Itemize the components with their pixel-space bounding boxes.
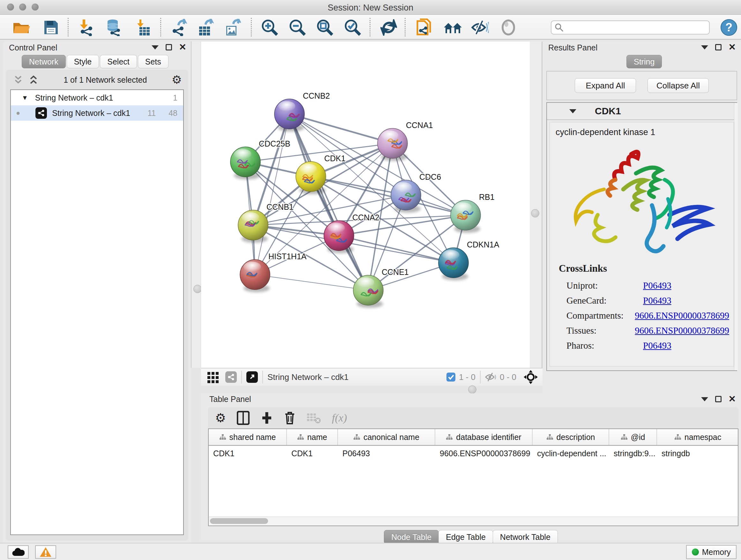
panel-menu-icon[interactable] — [701, 397, 708, 401]
table-cell[interactable]: CDK1 — [209, 446, 287, 460]
table-horizontal-scrollbar[interactable] — [208, 516, 738, 526]
crosslink-link[interactable]: 9606.ENSP00000378699 — [635, 325, 729, 336]
tab-node-table[interactable]: Node Table — [384, 530, 439, 544]
column-header--id[interactable]: @id — [609, 429, 657, 445]
zoom-selected-button[interactable] — [341, 19, 364, 36]
expand-all-icon[interactable] — [28, 75, 39, 84]
tab-edge-table[interactable]: Edge Table — [439, 530, 493, 544]
import-network-button[interactable] — [75, 19, 98, 36]
network-row[interactable]: ● String Network – cdk1 11 48 — [11, 105, 183, 121]
column-header-canonical-name[interactable]: canonical name — [338, 429, 435, 445]
export-image-button[interactable] — [221, 19, 244, 36]
crosslink-link[interactable]: 9606.ENSP00000378699 — [635, 310, 729, 321]
column-header-namespac[interactable]: namespac — [657, 429, 738, 445]
show-graphics-details-button[interactable] — [497, 19, 520, 36]
horizontal-splitter-handle[interactable] — [468, 385, 476, 394]
scrollbar-thumb[interactable] — [210, 518, 268, 524]
network-node-RB1[interactable] — [451, 200, 481, 233]
help-button[interactable]: ? — [721, 19, 737, 36]
network-collection-row[interactable]: ▼ String Network – cdk1 1 — [11, 90, 183, 105]
table-options-gear-icon[interactable]: ⚙ — [215, 411, 226, 425]
table-cell[interactable]: cyclin-dependent ... — [533, 446, 609, 460]
collapse-all-icon[interactable] — [13, 75, 23, 84]
left-splitter-gutter[interactable] — [191, 42, 201, 368]
panel-close-icon[interactable]: ✕ — [729, 396, 736, 402]
export-network-button[interactable] — [167, 19, 190, 36]
delete-column-icon[interactable] — [284, 411, 295, 425]
network-from-file-button[interactable] — [413, 19, 436, 36]
results-scrollbar[interactable] — [734, 103, 738, 370]
network-options-gear-icon[interactable]: ⚙ — [172, 73, 182, 86]
right-splitter-gutter[interactable] — [530, 42, 542, 368]
detach-view-icon[interactable] — [246, 371, 258, 383]
panel-float-icon[interactable] — [165, 44, 172, 51]
panel-menu-icon[interactable] — [701, 45, 708, 50]
first-neighbors-button[interactable] — [441, 19, 464, 36]
crosslink-link[interactable]: P06493 — [643, 295, 671, 306]
network-node-CCNA1[interactable] — [378, 128, 408, 161]
panel-close-icon[interactable]: ✕ — [179, 44, 186, 51]
apply-layout-button[interactable] — [377, 19, 400, 36]
panel-float-icon[interactable] — [715, 44, 722, 51]
delete-table-icon[interactable] — [307, 412, 321, 424]
right-splitter-handle[interactable] — [531, 209, 539, 217]
left-splitter-handle[interactable] — [193, 285, 202, 293]
network-canvas[interactable]: CCNB2CCNA1CDC25BCDK1CDC6RB1CCNB1CCNA2CDK… — [201, 42, 530, 368]
crosslink-link[interactable]: P06493 — [643, 340, 671, 351]
network-node-CDKN1A[interactable] — [439, 248, 468, 280]
grid-view-icon[interactable] — [207, 371, 219, 383]
save-session-button[interactable] — [40, 19, 63, 36]
network-node-CCNB1[interactable] — [238, 210, 268, 243]
memory-button[interactable]: Memory — [686, 545, 737, 559]
tab-string[interactable]: String — [626, 55, 662, 68]
panel-float-icon[interactable] — [715, 396, 722, 402]
tab-sets[interactable]: Sets — [138, 55, 169, 68]
birds-eye-toggle-icon[interactable] — [523, 370, 538, 384]
column-header-shared-name[interactable]: shared name — [209, 429, 287, 445]
zoom-in-button[interactable] — [258, 19, 281, 36]
open-session-button[interactable] — [10, 19, 33, 36]
search-input[interactable] — [563, 23, 704, 32]
protein-card-header[interactable]: CDK1 — [547, 103, 737, 120]
network-node-CDC6[interactable] — [391, 180, 421, 212]
tab-network[interactable]: Network — [22, 55, 66, 68]
network-graph[interactable]: CCNB2CCNA1CDC25BCDK1CDC6RB1CCNB1CCNA2CDK… — [201, 42, 530, 368]
network-node-CDK1[interactable] — [296, 162, 326, 194]
tab-style[interactable]: Style — [67, 55, 99, 68]
export-table-button[interactable] — [194, 19, 217, 36]
cloud-status-button[interactable] — [8, 545, 29, 559]
network-node-CCNB2[interactable] — [274, 99, 305, 132]
table-cell[interactable]: CDK1 — [287, 446, 338, 460]
import-network-from-database-button[interactable] — [102, 19, 125, 36]
hide-selected-button[interactable] — [468, 19, 491, 36]
panel-close-icon[interactable]: ✕ — [729, 44, 736, 51]
network-view-icon[interactable] — [225, 371, 237, 383]
zoom-fit-button[interactable] — [313, 19, 336, 36]
tab-network-table[interactable]: Network Table — [493, 530, 558, 544]
crosslink-link[interactable]: P06493 — [643, 280, 671, 291]
hidden-eye-slash-icon[interactable] — [485, 372, 496, 382]
expand-all-button[interactable]: Expand All — [575, 78, 636, 93]
network-node-CDC25B[interactable] — [230, 147, 260, 179]
import-table-button[interactable] — [131, 19, 154, 36]
collection-expand-icon[interactable]: ▼ — [22, 94, 28, 102]
table-cell[interactable]: 9606.ENSP00000378699 — [435, 446, 533, 460]
column-header-name[interactable]: name — [287, 429, 338, 445]
column-header-database-identifier[interactable]: database identifier — [435, 429, 533, 445]
network-node-HIST1H1A[interactable] — [240, 260, 270, 292]
selected-checkbox-icon[interactable] — [446, 372, 456, 382]
table-cell[interactable]: stringdb:9... — [609, 446, 657, 460]
tab-select[interactable]: Select — [100, 55, 137, 68]
collapse-protein-icon[interactable] — [569, 109, 576, 113]
add-column-icon[interactable] — [260, 412, 273, 424]
network-node-CCNA2[interactable] — [324, 221, 354, 253]
collapse-all-button[interactable]: Collapse All — [648, 78, 709, 93]
show-columns-icon[interactable] — [237, 411, 250, 425]
panel-menu-icon[interactable] — [151, 45, 158, 50]
network-node-CCNE1[interactable] — [353, 275, 383, 308]
warnings-button[interactable] — [35, 545, 56, 559]
search-box[interactable] — [551, 20, 710, 35]
zoom-out-button[interactable] — [286, 19, 309, 36]
table-cell[interactable]: stringdb — [657, 446, 738, 460]
column-header-description[interactable]: description — [533, 429, 609, 445]
